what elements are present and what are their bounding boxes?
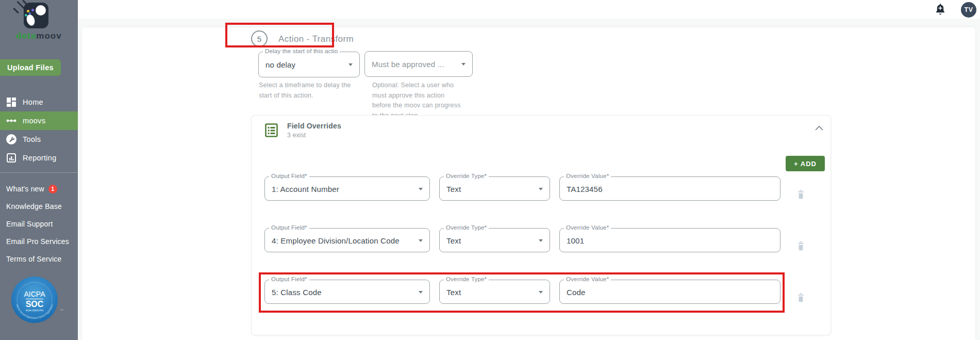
step-title: Action - Transform (278, 34, 354, 44)
chevron-up-icon[interactable] (813, 124, 825, 133)
override-row: Output Field* 1: Account Number Override… (252, 176, 832, 210)
chevron-down-icon (539, 291, 543, 294)
delay-select-label: Delay the start of this actio (263, 48, 340, 56)
brand-logo: detamoov (0, 0, 78, 43)
output-field-select[interactable]: Output Field* 5: Class Code (264, 280, 430, 304)
logo-dot (25, 14, 27, 17)
sidebar: detamoov Upload Files Home moovs (0, 0, 78, 340)
sidebar-divider (0, 172, 78, 173)
link-whats-new[interactable]: What's new 1 (0, 180, 78, 198)
delay-select[interactable]: Delay the start of this actio no delay (258, 52, 360, 77)
dots-icon (6, 116, 16, 126)
sidebar-links: What's new 1 Knowledge Base Email Suppor… (0, 180, 78, 268)
sidebar-item-label: Reporting (23, 154, 57, 162)
chevron-down-icon (461, 63, 466, 66)
sidebar-item-home[interactable]: Home (0, 93, 78, 111)
card-subtitle: 3 exist (287, 132, 306, 139)
logo-dot (29, 12, 31, 14)
output-field-select[interactable]: Output Field* 4: Employee Division/Locat… (264, 228, 430, 252)
chevron-down-icon (348, 63, 353, 66)
delay-select-value: no delay (265, 60, 295, 69)
delay-helper-text: Select a timeframe to delay the start of… (259, 80, 356, 101)
soc-line2: SOC (26, 300, 44, 309)
dashboard-grid-icon (6, 97, 16, 107)
chevron-down-icon (419, 239, 423, 242)
sidebar-item-label: Tools (23, 135, 41, 143)
output-field-select[interactable]: Output Field* 1: Account Number (264, 176, 430, 201)
override-row: Output Field* 5: Class Code Override Typ… (252, 280, 832, 313)
link-knowledge-base[interactable]: Knowledge Base (0, 198, 78, 215)
field-overrides-card: Field Overrides 3 exist + ADD Output Fie… (251, 115, 831, 335)
delete-row-button[interactable] (795, 189, 806, 201)
logo-dot (31, 9, 34, 11)
list-icon (265, 123, 278, 139)
logo-icon (24, 3, 48, 28)
override-type-select[interactable]: Override Type* Text (439, 176, 550, 201)
sidebar-nav: Home moovs Tools Reporting (0, 93, 78, 167)
delete-row-button[interactable] (795, 293, 806, 304)
aicpa-soc-badge: AICPA SOC aicpa.org/soc4so SOC for Servi… (11, 276, 58, 323)
approver-select-value: Must be approved ... (372, 60, 444, 69)
override-value-input[interactable]: Override Value* TA123456 (559, 176, 780, 201)
add-override-button[interactable]: + ADD (786, 156, 825, 171)
sidebar-item-label: moovs (23, 117, 45, 125)
sidebar-item-label: Home (23, 98, 43, 106)
chevron-down-icon (419, 291, 423, 294)
user-avatar[interactable]: TV (961, 2, 976, 18)
step-number-circle: 5 (251, 30, 268, 47)
chevron-down-icon (539, 188, 543, 190)
chevron-down-icon (539, 239, 543, 242)
soc-url: aicpa.org/soc4so (26, 309, 44, 312)
approver-select[interactable]: Must be approved ... (364, 51, 473, 77)
card-title: Field Overrides (287, 122, 341, 130)
override-type-select[interactable]: Override Type* Text (439, 228, 550, 252)
delete-row-button[interactable] (795, 241, 806, 252)
link-email-pro-services[interactable]: Email Pro Services (0, 233, 78, 250)
override-row: Output Field* 4: Employee Division/Locat… (252, 228, 832, 262)
logo-streak (13, 7, 19, 13)
upload-files-button[interactable]: Upload Files (0, 59, 61, 76)
override-type-select[interactable]: Override Type* Text (439, 280, 550, 304)
sidebar-item-reporting[interactable]: Reporting (0, 149, 78, 167)
trademark-symbol: ™ (60, 309, 63, 312)
sidebar-item-tools[interactable]: Tools (0, 130, 78, 149)
chevron-down-icon (419, 188, 423, 190)
brand-name: detamoov (0, 31, 78, 41)
link-email-support[interactable]: Email Support (0, 215, 78, 233)
whats-new-count-badge: 1 (48, 185, 57, 193)
sidebar-item-moovs[interactable]: moovs (0, 111, 78, 130)
bar-chart-icon (6, 153, 16, 163)
soc-line1: AICPA (24, 290, 46, 298)
topbar: TV (78, 0, 980, 19)
override-value-input[interactable]: Override Value* 1001 (559, 228, 780, 252)
link-terms-of-service[interactable]: Terms of Service (0, 250, 78, 268)
override-value-input[interactable]: Override Value* Code (559, 280, 780, 304)
wrench-icon (6, 134, 16, 144)
app-root: detamoov Upload Files Home moovs (0, 0, 980, 340)
notifications-bell-icon[interactable] (934, 3, 946, 17)
